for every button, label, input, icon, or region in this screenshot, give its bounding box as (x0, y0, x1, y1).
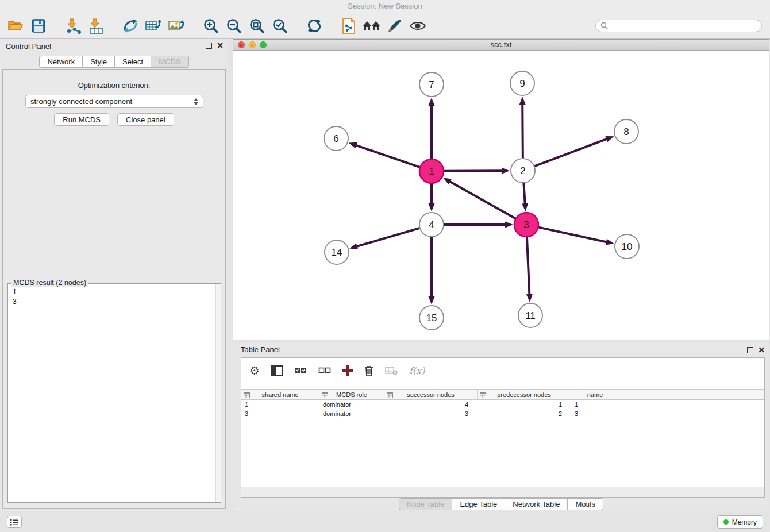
refresh-layout-icon[interactable] (305, 16, 324, 36)
graph-node-4[interactable]: 4 (419, 213, 444, 237)
import-table-icon[interactable] (86, 16, 106, 36)
show-panels-button[interactable] (7, 516, 22, 528)
graph-edge-2-9[interactable] (519, 97, 526, 158)
cell-name[interactable]: 3 (571, 409, 619, 418)
result-scrollbar[interactable] (215, 284, 221, 502)
graph-node-14[interactable]: 14 (325, 240, 349, 264)
tab-select[interactable]: Select (115, 56, 151, 68)
function-builder-icon[interactable]: f(x) (409, 365, 425, 376)
graph-node-11[interactable]: 11 (518, 303, 542, 327)
search-input[interactable] (609, 21, 761, 31)
delete-table-icon[interactable] (385, 366, 398, 375)
save-session-icon[interactable] (29, 16, 48, 36)
graph-node-6[interactable]: 6 (324, 126, 348, 151)
graph-edge-3-1[interactable] (443, 178, 515, 218)
cell-shared-name[interactable]: 3 (241, 409, 319, 418)
window-minimize-icon[interactable]: − (249, 41, 256, 48)
graph-edge-1-7[interactable] (429, 98, 435, 159)
add-column-icon[interactable] (342, 365, 353, 376)
search-box[interactable] (595, 20, 762, 32)
graph-node-1[interactable]: 1 (419, 159, 444, 183)
column-header-name[interactable]: name (571, 389, 619, 400)
tab-node-table[interactable]: Node Table (399, 498, 453, 510)
tab-mcds[interactable]: MCDS (151, 56, 188, 68)
cell-shared-name[interactable]: 1 (241, 400, 319, 409)
graph-edge-2-8[interactable] (535, 136, 614, 166)
table-header-row: shared name MCDS role successor nodes pr… (241, 389, 764, 400)
graph-edge-1-4[interactable] (429, 184, 435, 211)
table-row[interactable]: 1 dominator 4 1 1 (241, 400, 764, 409)
cell-successor-nodes[interactable]: 4 (384, 400, 478, 409)
graph-node-10[interactable]: 10 (615, 234, 639, 259)
graph-edge-4-15[interactable] (429, 237, 435, 304)
window-maximize-icon[interactable]: + (260, 41, 267, 48)
mcds-result-area[interactable]: 1 3 (7, 283, 221, 503)
cell-predecessor-nodes[interactable]: 2 (478, 409, 571, 418)
table-row[interactable]: 3 dominator 3 2 3 (241, 409, 764, 418)
control-panel-close-button[interactable]: ✕ (217, 41, 224, 49)
zoom-out-icon[interactable] (224, 16, 244, 36)
zoom-selected-icon[interactable] (270, 16, 290, 36)
table-panel-title: Table Panel (241, 345, 280, 354)
control-panel-float-button[interactable] (206, 43, 212, 49)
column-header-shared-name[interactable]: shared name (241, 389, 319, 400)
show-column-panel-icon[interactable] (271, 365, 283, 376)
table-horizontal-scrollbar[interactable] (241, 487, 764, 497)
tab-edge-table[interactable]: Edge Table (452, 498, 505, 510)
criterion-dropdown[interactable]: strongly connected component (25, 95, 203, 108)
graph-node-7[interactable]: 7 (419, 72, 444, 97)
cell-successor-nodes[interactable]: 3 (384, 409, 478, 418)
cell-mcds-role[interactable]: dominator (319, 400, 384, 409)
graph-edge-1-6[interactable] (349, 142, 419, 167)
tab-network-table[interactable]: Network Table (505, 498, 568, 510)
mcds-panel-content: Optimization criterion: strongly connect… (2, 69, 226, 509)
network-share-icon[interactable] (121, 16, 140, 36)
tab-style[interactable]: Style (83, 56, 115, 68)
export-table-icon[interactable] (144, 16, 163, 36)
graph-node-2[interactable]: 2 (511, 159, 535, 183)
zoom-fit-icon[interactable] (247, 16, 267, 36)
import-network-icon[interactable] (63, 16, 83, 36)
graph-edge-4-14[interactable] (349, 228, 419, 249)
table-panel-close-button[interactable]: ✕ (758, 346, 765, 354)
cell-mcds-role[interactable]: dominator (319, 409, 384, 418)
graph-node-3[interactable]: 3 (514, 213, 538, 237)
graph-edge-3-11[interactable] (526, 237, 533, 302)
network-canvas[interactable]: 7968124314101511 (233, 51, 769, 340)
mcds-result-line: 3 (13, 297, 17, 307)
export-image-icon[interactable] (167, 16, 186, 36)
column-header-mcds-role[interactable]: MCDS role (319, 389, 384, 400)
column-header-successor-nodes[interactable]: successor nodes (384, 389, 478, 400)
window-close-icon[interactable]: × (238, 41, 245, 48)
column-header-predecessor-nodes[interactable]: predecessor nodes (478, 389, 571, 400)
cell-name[interactable]: 1 (571, 400, 619, 409)
tab-network[interactable]: Network (39, 56, 83, 68)
graph-edge-2-3[interactable] (522, 183, 528, 211)
network-window-titlebar[interactable]: × − + scc.txt (233, 40, 769, 51)
graph-node-8[interactable]: 8 (614, 119, 638, 144)
graph-edge-4-3[interactable] (444, 222, 513, 228)
toggle-visibility-icon[interactable] (408, 16, 428, 36)
run-mcds-button[interactable]: Run MCDS (54, 113, 109, 126)
close-panel-button[interactable]: Close panel (117, 113, 174, 126)
select-all-rows-icon[interactable] (294, 366, 307, 375)
open-session-icon[interactable] (6, 16, 25, 36)
table-panel-float-button[interactable] (747, 347, 753, 353)
graph-node-9[interactable]: 9 (510, 71, 534, 95)
home-networks-icon[interactable] (362, 16, 382, 36)
tab-motifs[interactable]: Motifs (568, 498, 603, 510)
svg-text:15: 15 (426, 313, 437, 323)
style-paint-icon[interactable] (385, 16, 405, 36)
svg-text:1: 1 (429, 166, 434, 177)
deselect-all-rows-icon[interactable] (318, 366, 331, 375)
zoom-in-icon[interactable] (201, 16, 221, 36)
table-settings-icon[interactable]: ⚙ (249, 365, 260, 376)
delete-column-icon[interactable] (364, 365, 374, 376)
graph-edge-3-10[interactable] (538, 228, 614, 245)
first-neighbors-icon[interactable] (339, 16, 359, 36)
graph-node-15[interactable]: 15 (419, 306, 444, 330)
memory-button[interactable]: Memory (717, 515, 763, 529)
graph-edge-1-2[interactable] (444, 168, 510, 174)
cell-predecessor-nodes[interactable]: 1 (478, 400, 571, 409)
svg-text:2: 2 (520, 165, 525, 176)
